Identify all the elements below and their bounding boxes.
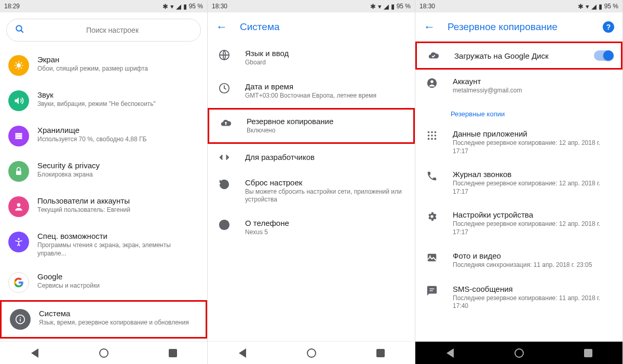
accessibility-icon [8, 232, 29, 252]
system-item-reset[interactable]: Сброс настроекВы можете сбросить настрой… [208, 171, 415, 211]
settings-item-storage[interactable]: ХранилищеИспользуется 70 %, свободно 4,8… [0, 118, 207, 154]
backup-item-calls[interactable]: Журнал звонковПоследнее резервное копиро… [415, 163, 622, 203]
backup-item-apps[interactable]: Данные приложенийПоследнее резервное коп… [415, 122, 622, 163]
wifi-icon: ▾ [586, 3, 589, 10]
system-item-datetime[interactable]: Дата и времяGMT+03:00 Восточная Европа, … [208, 75, 415, 108]
settings-item-accessibility[interactable]: Спец. возможностиПрограммы чтения с экра… [0, 224, 207, 265]
svg-point-22 [428, 134, 430, 137]
back-button[interactable]: ← [216, 20, 227, 34]
nav-back-button[interactable] [237, 348, 248, 358]
svg-line-1 [21, 30, 23, 33]
svg-point-20 [431, 131, 433, 133]
page-title: Система [240, 21, 280, 33]
svg-point-26 [431, 138, 433, 140]
settings-item-users[interactable]: Пользователи и аккаунтыТекущий пользоват… [0, 189, 207, 224]
svg-point-23 [431, 134, 433, 137]
backup-toggle[interactable] [594, 50, 613, 61]
lock-icon [8, 161, 29, 182]
svg-rect-3 [15, 133, 22, 134]
svg-point-0 [16, 25, 22, 31]
bluetooth-icon: ✱ [162, 3, 168, 10]
header: ← Система [208, 12, 415, 42]
battery-icon: ▮ [183, 3, 187, 10]
backup-item-settings[interactable]: Настройки устройстваПоследнее резервное … [415, 203, 622, 244]
bluetooth-icon: ✱ [578, 3, 584, 10]
svg-rect-6 [16, 171, 21, 175]
svg-point-21 [435, 131, 437, 133]
backup-toggle-item[interactable]: Загружать на Google Диск [415, 42, 622, 70]
wifi-icon: ▾ [378, 3, 382, 10]
system-item-backup[interactable]: Резервное копированиеВключено [208, 108, 415, 144]
battery-percent: 95 % [397, 3, 411, 10]
system-item-developer[interactable]: Для разработчиков [208, 144, 415, 171]
backup-item-sms[interactable]: SMS-сообщенияПоследнее резервное копиров… [415, 277, 622, 318]
nav-recent-button[interactable] [375, 348, 386, 358]
wifi-icon: ▾ [170, 3, 174, 10]
svg-point-19 [428, 131, 430, 133]
signal-icon: ◢ [384, 3, 389, 10]
settings-list: ЭкранОбои, спящий режим, размер шрифта З… [0, 48, 207, 341]
sound-icon [8, 90, 29, 111]
nav-recent-button[interactable] [168, 348, 178, 358]
status-bar: 18:29 ✱ ▾ ◢ ▮ 95 % [0, 0, 207, 12]
nav-bar [415, 341, 622, 364]
status-bar: 18:30 ✱ ▾ ◢ ▮ 95 % [415, 0, 622, 12]
nav-back-button[interactable] [30, 348, 40, 358]
status-time: 18:29 [4, 3, 20, 10]
help-icon[interactable]: ? [603, 21, 614, 33]
backup-item-photos[interactable]: Фото и видеоПоследняя синхронизация: 11 … [415, 244, 622, 277]
svg-point-29 [429, 255, 431, 257]
cloud-upload-icon [220, 117, 232, 129]
google-icon [8, 272, 29, 293]
battery-icon: ▮ [391, 3, 395, 10]
users-icon [8, 196, 29, 217]
search-icon [15, 24, 24, 36]
display-icon [8, 55, 29, 76]
settings-item-google[interactable]: GoogleСервисы и настройки [0, 265, 207, 300]
bluetooth-icon: ✱ [370, 3, 376, 10]
back-button[interactable]: ← [424, 20, 435, 34]
nav-back-button[interactable] [445, 348, 455, 358]
system-item-about[interactable]: О телефонеNexus 5 [208, 211, 415, 245]
info-icon [218, 219, 231, 231]
backup-screen: 18:30 ✱ ▾ ◢ ▮ 95 % ← Резервное копирован… [415, 0, 623, 364]
storage-icon [8, 126, 29, 146]
svg-point-10 [20, 317, 21, 318]
settings-item-system[interactable]: СистемаЯзык, время, резервное копировани… [0, 300, 207, 339]
info-icon [10, 309, 31, 330]
svg-point-18 [430, 80, 434, 84]
clock-icon [218, 82, 231, 95]
status-bar: 18:30 ✱ ▾ ◢ ▮ 95 % [208, 0, 415, 12]
settings-item-security[interactable]: Security & privacyБлокировка экрана [0, 154, 207, 189]
nav-bar [0, 341, 207, 364]
search-input[interactable]: Поиск настроек [6, 19, 201, 42]
globe-icon [218, 49, 231, 61]
restore-icon [218, 178, 231, 191]
page-title: Резервное копирование [448, 21, 558, 33]
status-time: 18:30 [419, 3, 435, 10]
settings-item-sound[interactable]: ЗвукЗвуки, вибрация, режим "Не беспокоит… [0, 83, 207, 118]
svg-rect-5 [15, 138, 22, 139]
settings-item-display[interactable]: ЭкранОбои, спящий режим, размер шрифта [0, 48, 207, 83]
apps-icon [426, 129, 438, 142]
nav-home-button[interactable] [99, 348, 109, 358]
backup-account-item[interactable]: Аккаунтmetalmessiy@gmail.com [415, 70, 622, 103]
svg-point-25 [428, 138, 430, 140]
account-icon [426, 77, 438, 89]
nav-recent-button[interactable] [583, 348, 593, 358]
svg-point-8 [18, 238, 19, 240]
gear-icon [426, 210, 438, 223]
nav-home-button[interactable] [306, 348, 317, 358]
system-item-language[interactable]: Язык и вводGboard [208, 42, 415, 75]
nav-home-button[interactable] [514, 348, 524, 358]
svg-point-2 [17, 63, 21, 68]
nav-bar [208, 341, 415, 364]
svg-rect-4 [15, 135, 22, 137]
svg-rect-11 [20, 319, 21, 321]
svg-point-24 [435, 134, 437, 137]
battery-percent: 95 % [604, 3, 618, 10]
battery-icon: ▮ [599, 3, 602, 10]
cloud-done-icon [427, 49, 440, 62]
code-icon [218, 151, 231, 164]
system-list: Язык и вводGboard Дата и времяGMT+03:00 … [208, 42, 415, 341]
